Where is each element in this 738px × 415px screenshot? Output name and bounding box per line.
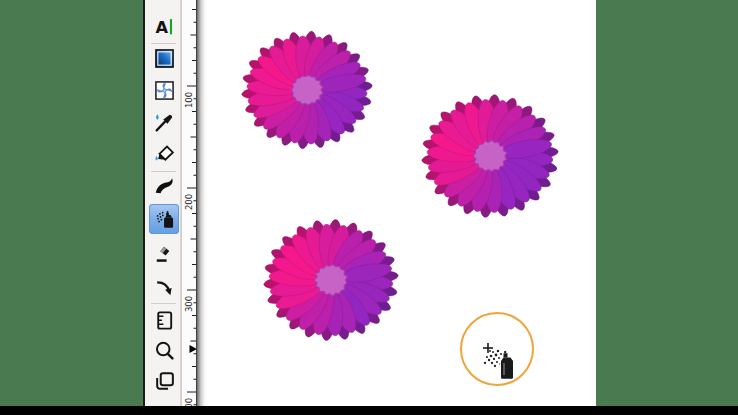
tool-zoom-button[interactable] (149, 335, 179, 365)
canvas[interactable] (196, 0, 596, 406)
toolbox-separator (151, 43, 176, 44)
tool-paint-bucket-button[interactable] (149, 139, 179, 169)
dropper-tool-icon (153, 111, 176, 134)
mesh-gradient-tool-icon (153, 79, 176, 102)
zoom-tool-icon (153, 339, 176, 362)
eraser-tool-icon (153, 243, 176, 266)
canvas-artwork (196, 0, 596, 406)
tool-connector-button[interactable] (149, 273, 179, 303)
flower[interactable] (241, 31, 372, 149)
tool-text-button[interactable]: A (149, 12, 179, 42)
text-tool-icon: A (153, 16, 176, 39)
crosshair-icon (483, 343, 493, 353)
spray-radius-ring (461, 313, 533, 385)
ruler-label: 100 (184, 92, 194, 108)
gradient-tool-icon (153, 47, 176, 70)
inkscape-window: A 100200300400 (143, 0, 596, 406)
spray-can-icon (501, 351, 513, 379)
flower[interactable] (263, 219, 398, 341)
spray-tool-icon (153, 208, 176, 231)
toolbox-separator (151, 171, 176, 172)
ruler-label: 300 (184, 296, 194, 312)
ruler-label: 200 (184, 194, 194, 210)
tool-measure-button[interactable] (149, 305, 179, 335)
flower[interactable] (421, 94, 558, 218)
connector-tool-icon (153, 277, 176, 300)
tool-gradient-button[interactable] (149, 43, 179, 73)
toolbox-separator (151, 303, 176, 304)
tweak-tool-icon (153, 175, 176, 198)
tool-mesh-gradient-button[interactable] (149, 75, 179, 105)
paint-bucket-tool-icon (153, 143, 176, 166)
tool-spray-button[interactable] (149, 204, 179, 234)
svg-text:A: A (155, 18, 168, 37)
tool-dropper-button[interactable] (149, 107, 179, 137)
tool-tweak-button[interactable] (149, 171, 179, 201)
pages-tool-icon (153, 370, 176, 393)
tool-eraser-button[interactable] (149, 239, 179, 269)
ruler-label: 400 (184, 398, 194, 406)
measure-tool-icon (153, 309, 176, 332)
tool-pages-button[interactable] (149, 366, 179, 396)
vertical-ruler[interactable]: 100200300400 (181, 0, 196, 406)
bottom-black-bar (0, 406, 738, 415)
spray-cursor (461, 313, 533, 385)
toolbox: A (143, 0, 181, 406)
